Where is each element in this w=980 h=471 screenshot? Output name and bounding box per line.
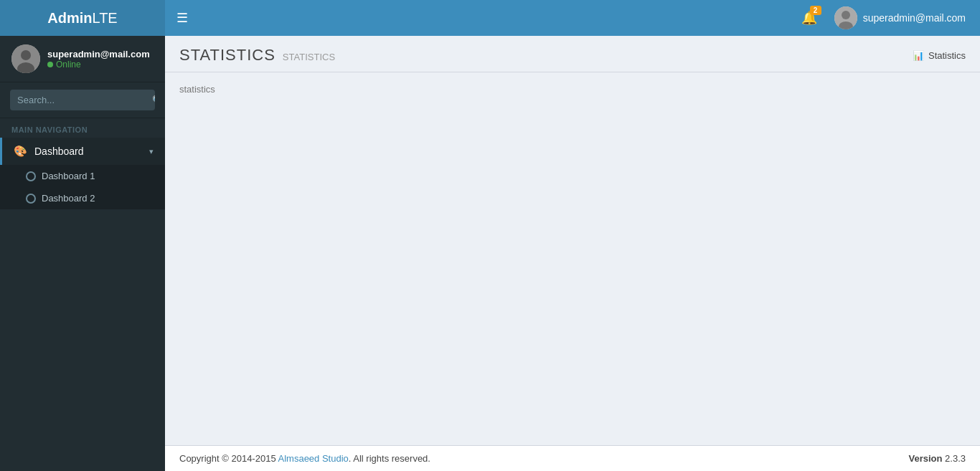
sidebar-item-dashboard2[interactable]: Dashboard 2 [0,187,165,209]
brand-logo[interactable]: AdminLTE [0,0,165,36]
content-header-left: STATISTICS STATISTICS [179,46,335,65]
main-footer: Copyright © 2014-2015 Almsaeed Studio. A… [165,445,980,471]
navbar-right: 🔔 2 superadmin@mail.com [793,0,980,36]
footer-rights: . All rights reserved. [349,453,430,464]
sidebar-item-dashboard-label: Dashboard [34,146,149,157]
status-dot-icon [47,62,53,67]
sidebar: superadmin@mail.com Online 🔍 MAIN NAVIGA… [0,36,165,471]
navbar-left: AdminLTE ☰ [0,0,199,36]
body-breadcrumb: statistics [179,84,966,95]
sub-dot-icon-2 [26,194,36,204]
nav-section-label: MAIN NAVIGATION [0,118,165,138]
sidebar-user-panel: superadmin@mail.com Online [0,36,165,82]
sub-dot-icon [26,171,36,181]
footer-company-link[interactable]: Almsaeed Studio [278,453,349,464]
sidebar-sub-menu: Dashboard 1 Dashboard 2 [0,165,165,209]
sidebar-item-dashboard1-label: Dashboard 1 [42,171,95,181]
main-content: STATISTICS STATISTICS 📊 Statistics stati… [165,36,980,471]
page-title: STATISTICS [179,46,275,65]
sidebar-item-dashboard[interactable]: 🎨 Dashboard ▾ [0,138,165,165]
status-label: Online [56,60,81,70]
chevron-down-icon: ▾ [149,147,154,156]
breadcrumb-icon: 📊 [913,50,924,61]
footer-version-label: Version [908,453,942,464]
notification-badge: 2 [810,6,821,15]
sidebar-search-box: 🔍 [0,82,165,118]
brand-suffix: LTE [93,10,118,27]
navbar-username: superadmin@mail.com [863,12,966,24]
user-menu[interactable]: superadmin@mail.com [829,0,971,36]
sidebar-user-status: Online [47,60,150,70]
hamburger-icon: ☰ [176,10,188,26]
breadcrumb: 📊 Statistics [913,50,966,61]
sidebar-toggle-button[interactable]: ☰ [165,0,199,36]
footer-copyright: Copyright © 2014-2015 Almsaeed Studio. A… [179,453,430,464]
search-input[interactable] [10,90,145,110]
footer-copyright-text: Copyright © 2014-2015 [179,453,278,464]
footer-version-wrap: Version 2.3.3 [908,453,966,464]
avatar [834,6,857,29]
dashboard-icon: 🎨 [14,145,27,158]
breadcrumb-label: Statistics [928,50,966,61]
brand-prefix: Admin [47,10,92,27]
footer-version-number: 2.3.3 [945,453,966,464]
search-button[interactable]: 🔍 [145,90,155,110]
search-icon: 🔍 [152,95,155,105]
content-header: STATISTICS STATISTICS 📊 Statistics [165,36,980,72]
content-body: statistics [165,72,980,445]
sidebar-user-info: superadmin@mail.com Online [47,49,150,70]
layout: superadmin@mail.com Online 🔍 MAIN NAVIGA… [0,36,980,471]
top-navbar: AdminLTE ☰ 🔔 2 superadmin@mail.com [0,0,980,36]
svg-point-4 [21,50,31,60]
sidebar-item-dashboard2-label: Dashboard 2 [42,193,95,204]
sidebar-user-email: superadmin@mail.com [47,49,150,60]
sidebar-avatar [11,44,40,73]
search-input-wrap: 🔍 [10,90,155,110]
page-subtitle: STATISTICS [283,52,335,62]
notifications-button[interactable]: 🔔 2 [793,0,826,36]
sidebar-item-dashboard1[interactable]: Dashboard 1 [0,165,165,187]
svg-point-1 [842,11,850,19]
